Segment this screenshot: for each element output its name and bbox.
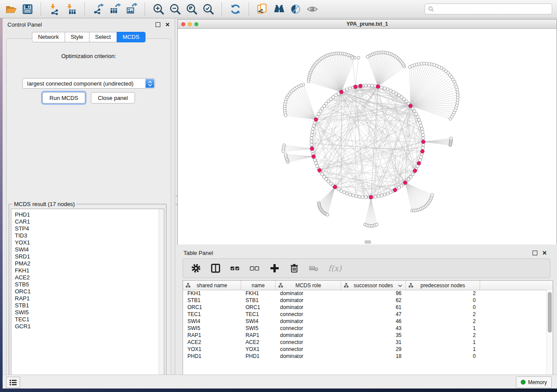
table-row[interactable]: RAP1RAP1dominator352	[183, 332, 547, 339]
mcds-list-item[interactable]: SWI4	[15, 246, 164, 253]
export-network-icon[interactable]	[91, 2, 106, 16]
network-graph[interactable]	[178, 29, 557, 244]
cell-MCDS-role[interactable]: dominator	[276, 297, 341, 303]
cell-successor-nodes[interactable]: 96	[341, 290, 406, 296]
cell-successor-nodes[interactable]: 31	[341, 339, 406, 345]
cell-MCDS-role[interactable]: dominator	[276, 304, 341, 310]
table-row[interactable]: ACE2ACE2connector311	[183, 339, 547, 346]
global-search[interactable]	[425, 3, 552, 14]
cell-shared-name[interactable]: STB1	[183, 297, 241, 303]
cell-shared-name[interactable]: ACE2	[183, 339, 241, 345]
float-table-panel-icon[interactable]	[533, 251, 537, 255]
mcds-list-item[interactable]: PHD1	[15, 211, 164, 218]
deselect-all-checkboxes-icon[interactable]	[249, 263, 260, 274]
zoom-fit-icon[interactable]	[184, 2, 199, 16]
tab-style[interactable]: Style	[65, 32, 89, 42]
table-settings-gear-icon[interactable]	[190, 263, 201, 274]
cell-shared-name[interactable]: TEC1	[183, 311, 241, 317]
mcds-list-item[interactable]: PMA2	[15, 260, 164, 267]
cell-MCDS-role[interactable]: connector	[276, 311, 341, 317]
table-scrollbar[interactable]	[547, 290, 553, 377]
canvas-splitter-handle[interactable]	[365, 241, 371, 244]
network-window-titlebar[interactable]: YPA_prune.txt_1	[178, 20, 557, 29]
cell-successor-nodes[interactable]: 35	[341, 332, 406, 338]
table-row[interactable]: SWI5SWI5connector431	[183, 325, 547, 332]
zoom-selected-icon[interactable]	[201, 2, 216, 16]
delete-column-icon[interactable]	[289, 263, 299, 274]
add-column-icon[interactable]	[269, 263, 280, 274]
tab-network[interactable]: Network	[32, 32, 65, 42]
table-row[interactable]: SWI4SWI4dominator462	[183, 318, 547, 325]
cell-predecessor-nodes[interactable]: 1	[406, 346, 480, 352]
cell-shared-name[interactable]: FKH1	[183, 290, 241, 296]
show-hide-annotations-icon[interactable]	[305, 2, 320, 16]
cell-shared-name[interactable]: PHD1	[183, 353, 241, 359]
cell-predecessor-nodes[interactable]: 0	[406, 304, 480, 310]
cell-successor-nodes[interactable]: 47	[341, 311, 406, 317]
cell-name[interactable]: RAP1	[241, 332, 276, 338]
network-canvas[interactable]	[178, 29, 557, 244]
column-header-MCDS-role[interactable]: MCDS role	[276, 281, 341, 290]
mcds-list-item[interactable]: YOX1	[15, 239, 164, 246]
cell-successor-nodes[interactable]: 46	[341, 318, 406, 324]
cell-predecessor-nodes[interactable]: 2	[406, 332, 480, 338]
clone-network-icon[interactable]	[255, 2, 270, 16]
window-maximize-icon[interactable]	[194, 22, 198, 26]
search-binoculars-icon[interactable]	[272, 2, 287, 16]
mcds-list-item[interactable]: TEC1	[15, 316, 164, 323]
table-row[interactable]: FKH1FKH1dominator962	[183, 290, 547, 297]
toggle-graphics-details-icon[interactable]	[288, 2, 303, 16]
mcds-list-item[interactable]: ORC1	[15, 288, 164, 295]
run-mcds-button[interactable]: Run MCDS	[42, 92, 85, 103]
save-session-icon[interactable]	[20, 2, 35, 16]
cell-successor-nodes[interactable]: 18	[341, 353, 406, 359]
mcds-result-list[interactable]: PHD1CAR1STP4TID3YOX1SWI4SRD1PMA2FKH1ACE2…	[11, 209, 164, 377]
table-scrollbar-thumb[interactable]	[548, 292, 552, 333]
cell-name[interactable]: FKH1	[241, 290, 276, 296]
cell-successor-nodes[interactable]: 29	[341, 346, 406, 352]
table-row[interactable]: YOX1YOX1connector291	[183, 346, 547, 353]
cell-predecessor-nodes[interactable]: 2	[406, 290, 480, 296]
import-table-icon[interactable]	[64, 2, 79, 16]
column-header-shared-name[interactable]: shared name	[183, 281, 241, 290]
export-table-icon[interactable]	[107, 2, 122, 16]
window-minimize-icon[interactable]	[188, 22, 192, 26]
window-close-icon[interactable]	[181, 22, 185, 26]
mcds-list-item[interactable]: STB5	[15, 281, 164, 288]
cell-name[interactable]: YOX1	[241, 346, 276, 352]
cell-predecessor-nodes[interactable]: 0	[406, 353, 480, 359]
cell-predecessor-nodes[interactable]: 0	[406, 297, 480, 303]
cell-successor-nodes[interactable]: 61	[341, 304, 406, 310]
mcds-list-item[interactable]: RAP1	[15, 295, 164, 302]
cell-predecessor-nodes[interactable]: 1	[406, 325, 480, 331]
cell-shared-name[interactable]: SWI4	[183, 318, 241, 324]
cell-MCDS-role[interactable]: connector	[276, 339, 341, 345]
cell-name[interactable]: ACE2	[241, 339, 276, 345]
mcds-list-item[interactable]: STP4	[15, 225, 164, 232]
dropdown-stepper-icon[interactable]	[145, 79, 154, 88]
table-row[interactable]: ORC1ORC1dominator610	[183, 304, 547, 311]
cell-name[interactable]: SWI5	[241, 325, 276, 331]
cell-shared-name[interactable]: YOX1	[183, 346, 241, 352]
zoom-in-icon[interactable]	[151, 2, 166, 16]
float-panel-icon[interactable]	[156, 22, 160, 27]
zoom-out-icon[interactable]	[168, 2, 183, 16]
cell-MCDS-role[interactable]: connector	[276, 325, 341, 331]
column-header-successor-nodes[interactable]: successor nodes	[341, 281, 406, 290]
close-panel-button[interactable]: Close panel	[91, 92, 135, 103]
import-network-icon[interactable]	[47, 2, 62, 16]
cell-predecessor-nodes[interactable]: 2	[406, 311, 480, 317]
cell-MCDS-role[interactable]: dominator	[276, 332, 341, 338]
cell-shared-name[interactable]: ORC1	[183, 304, 241, 310]
refresh-icon[interactable]	[228, 2, 243, 16]
cell-MCDS-role[interactable]: connector	[276, 346, 341, 352]
cell-successor-nodes[interactable]: 62	[341, 297, 406, 303]
table-row[interactable]: PHD1PHD1dominator180	[183, 353, 547, 360]
cell-shared-name[interactable]: RAP1	[183, 332, 241, 338]
cell-MCDS-role[interactable]: dominator	[276, 353, 341, 359]
table-row[interactable]: TEC1TEC1connector472	[183, 311, 547, 318]
cell-predecessor-nodes[interactable]: 2	[406, 318, 480, 324]
tab-select[interactable]: Select	[89, 32, 117, 42]
cell-name[interactable]: STB1	[241, 297, 276, 303]
mcds-list-item[interactable]: TID3	[15, 232, 164, 239]
